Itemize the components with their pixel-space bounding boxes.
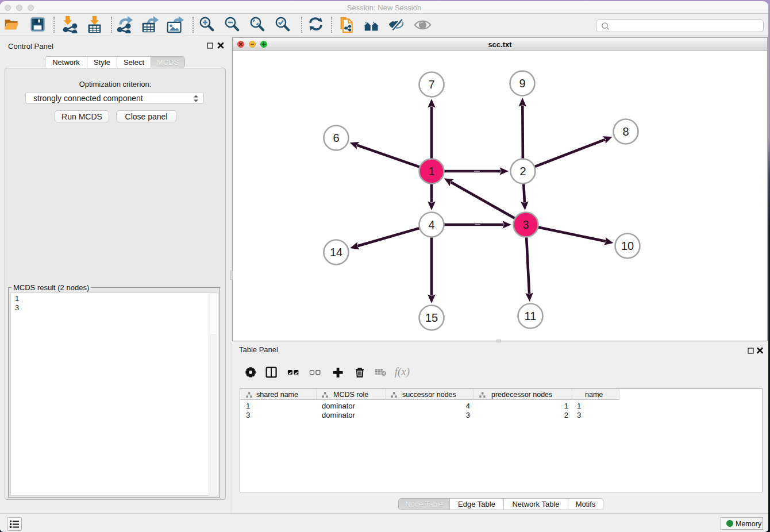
svg-text:3: 3: [522, 218, 529, 231]
svg-text:2: 2: [519, 165, 526, 178]
svg-text:9: 9: [519, 77, 525, 90]
svg-text:14: 14: [330, 246, 342, 259]
svg-text:8: 8: [622, 125, 629, 138]
svg-text:7: 7: [428, 78, 434, 91]
svg-text:1: 1: [428, 165, 434, 178]
svg-text:4: 4: [428, 218, 434, 231]
svg-text:f(x): f(x): [395, 367, 410, 378]
svg-text:11: 11: [525, 310, 537, 322]
svg-text:15: 15: [425, 311, 438, 324]
svg-text:6: 6: [333, 132, 339, 144]
svg-text:10: 10: [621, 240, 634, 252]
